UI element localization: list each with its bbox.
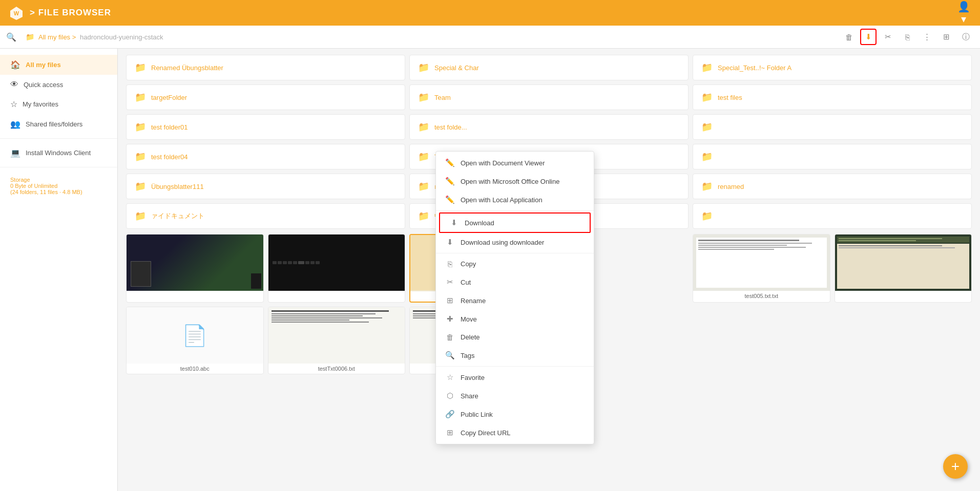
tag-icon: 🔍 xyxy=(445,351,454,360)
folder-name: test folder01 xyxy=(151,123,188,131)
folder-test-folder04[interactable]: 📁 test folder04 xyxy=(126,144,405,169)
ctx-rename[interactable]: ⊞ Rename xyxy=(436,291,594,310)
main-layout: 🏠 All my files 👁 Quick access ☆ My favor… xyxy=(0,49,980,491)
folder-target[interactable]: 📁 targetFolder xyxy=(126,84,405,110)
scissors-icon: ✂ xyxy=(445,277,454,287)
folder-icon: 📁 xyxy=(135,181,146,192)
file-area: 📁 Renamed Übungsblatter 📁 Special & Char… xyxy=(118,49,980,491)
folder-test-folder-b[interactable]: 📁 test folde... xyxy=(409,114,689,140)
star-icon: ☆ xyxy=(445,373,454,382)
folder-name: test folde... xyxy=(434,123,467,131)
breadcrumb: All my files > hadroncloud-yuening-cstac… xyxy=(38,33,163,41)
ctx-move[interactable]: ✚ Move xyxy=(436,310,594,328)
sidebar-item-install-client[interactable]: 💻 Install Windows Client xyxy=(0,143,117,163)
folder-empty-1[interactable]: 📁 xyxy=(693,114,972,140)
folder-icon: 📁 xyxy=(418,92,429,103)
sidebar-item-shared-files[interactable]: 👥 Shared files/folders xyxy=(0,114,117,134)
sidebar: 🏠 All my files 👁 Quick access ☆ My favor… xyxy=(0,49,118,491)
folder-icon: 📁 xyxy=(135,121,146,133)
toolbar: 🗑 ⬇ ✂ ⎘ ⋮ ⊞ ⓘ xyxy=(841,29,974,45)
user-menu-button[interactable]: 👤▾ xyxy=(955,5,972,21)
file-thumb-img1[interactable] xyxy=(126,234,264,303)
file-thumb-testtxt0006[interactable]: testTxt0006.txt xyxy=(268,307,406,374)
sidebar-storage: Storage 0 Byte of Unlimited (24 folders,… xyxy=(0,172,117,200)
ctx-copy[interactable]: ⎘ Copy xyxy=(436,255,594,273)
folder-empty-3[interactable]: 📁 xyxy=(693,203,972,229)
folder-renamed[interactable]: 📁 renamed xyxy=(693,174,972,199)
cut-button[interactable]: ✂ xyxy=(880,29,896,45)
sidebar-label-shared-files: Shared files/folders xyxy=(26,120,82,128)
file-label: testTxt0006.txt xyxy=(316,364,357,374)
ctx-label: Download xyxy=(465,219,494,227)
folder-icon: 📁 xyxy=(418,121,429,133)
ctx-delete[interactable]: 🗑 Delete xyxy=(436,328,594,346)
info-button[interactable]: ⓘ xyxy=(957,29,974,45)
thumbnail-file-icon: 📄 xyxy=(127,307,263,364)
thumbnail-cndoc xyxy=(835,234,972,291)
folder-name: Team xyxy=(434,94,451,101)
file-thumb-cndoc[interactable] xyxy=(835,234,972,303)
ctx-open-local-app[interactable]: ✏️ Open with Local Application xyxy=(436,190,594,209)
move-icon: ✚ xyxy=(445,314,454,324)
ctx-divider-1 xyxy=(436,210,594,211)
qr-button[interactable]: ⊞ xyxy=(938,29,954,45)
file-thumb-test005[interactable]: test005.txt.txt xyxy=(693,234,830,303)
folder-icon: 📁 xyxy=(701,181,713,192)
ctx-public-link[interactable]: 🔗 Public Link xyxy=(436,405,594,423)
ctx-label: Share xyxy=(461,392,478,400)
ctx-download-downloader[interactable]: ⬇ Download using downloader xyxy=(436,233,594,251)
folder-special-test[interactable]: 📁 Special_Test..!~ Folder A xyxy=(693,55,972,80)
topbar-title: > FILE BROWSER xyxy=(30,8,111,18)
file-thumb-test010[interactable]: 📄 test010.abc xyxy=(126,307,264,374)
sidebar-item-my-favorites[interactable]: ☆ My favorites xyxy=(0,94,117,114)
ctx-label: Tags xyxy=(461,352,474,359)
edit-icon: ✏️ xyxy=(445,177,454,186)
download-button[interactable]: ⬇ xyxy=(860,29,877,45)
copy-icon: ⎘ xyxy=(445,260,454,268)
folder-empty-2[interactable]: 📁 xyxy=(693,144,972,169)
folder-japanese[interactable]: 📁 ァイドキュメント xyxy=(126,203,405,229)
ctx-share[interactable]: ⬡ Share xyxy=(436,387,594,405)
folder-icon: 📁 xyxy=(701,210,713,222)
search-icon[interactable]: 🔍 xyxy=(6,32,16,42)
sidebar-item-quick-access[interactable]: 👁 Quick access xyxy=(0,75,117,94)
folder-icon: 📁 xyxy=(418,151,429,162)
fab-add-button[interactable]: + xyxy=(943,454,968,479)
copy-button[interactable]: ⎘ xyxy=(899,29,915,45)
download-box: ⬇ Download xyxy=(439,212,591,233)
svg-text:W: W xyxy=(14,10,19,16)
ctx-open-doc-viewer[interactable]: ✏️ Open with Document Viewer xyxy=(436,154,594,172)
topbar: W > FILE BROWSER 👤▾ xyxy=(0,0,980,26)
folder-name: renamed xyxy=(718,183,744,190)
file-thumb-img2[interactable] xyxy=(268,234,406,303)
ctx-open-ms-office[interactable]: ✏️ Open with Microsoft Office Online xyxy=(436,172,594,190)
ctx-label: Open with Microsoft Office Online xyxy=(461,178,559,185)
ctx-tags[interactable]: 🔍 Tags xyxy=(436,346,594,365)
breadcrumb-folder-icon: 📁 xyxy=(26,33,34,41)
folder-icon: 📁 xyxy=(701,121,713,133)
folder-icon: 📁 xyxy=(701,62,713,73)
ctx-favorite[interactable]: ☆ Favorite xyxy=(436,368,594,387)
file-label: test010.abc xyxy=(178,364,212,374)
more-button[interactable]: ⋮ xyxy=(919,29,935,45)
folder-test-folder01[interactable]: 📁 test folder01 xyxy=(126,114,405,140)
folder-ubungsblatter111[interactable]: 📁 Übungsblatter111 xyxy=(126,174,405,199)
breadcrumb-prefix[interactable]: All my files > xyxy=(38,33,76,41)
sidebar-divider-2 xyxy=(0,167,117,167)
folder-name: Special & Char xyxy=(434,64,479,72)
ctx-copy-direct-url[interactable]: ⊞ Copy Direct URL xyxy=(436,423,594,442)
folder-special-char[interactable]: 📁 Special & Char xyxy=(409,55,689,80)
delete-button[interactable]: 🗑 xyxy=(841,29,857,45)
topbar-right: 👤▾ xyxy=(955,5,972,21)
ctx-download[interactable]: ⬇ Download xyxy=(440,214,590,232)
edit-icon: ✏️ xyxy=(445,195,454,204)
folder-team[interactable]: 📁 Team xyxy=(409,84,689,110)
ctx-label: Copy xyxy=(461,260,476,268)
folder-renamed-ubungsblatter[interactable]: 📁 Renamed Übungsblatter xyxy=(126,55,405,80)
ctx-cut[interactable]: ✂ Cut xyxy=(436,273,594,291)
thumbnail-testtxt0006 xyxy=(268,307,405,364)
folder-icon: 📁 xyxy=(135,62,146,73)
sidebar-item-all-my-files[interactable]: 🏠 All my files xyxy=(0,55,117,75)
folder-test-files[interactable]: 📁 test files xyxy=(693,84,972,110)
folder-icon: 📁 xyxy=(418,181,429,192)
